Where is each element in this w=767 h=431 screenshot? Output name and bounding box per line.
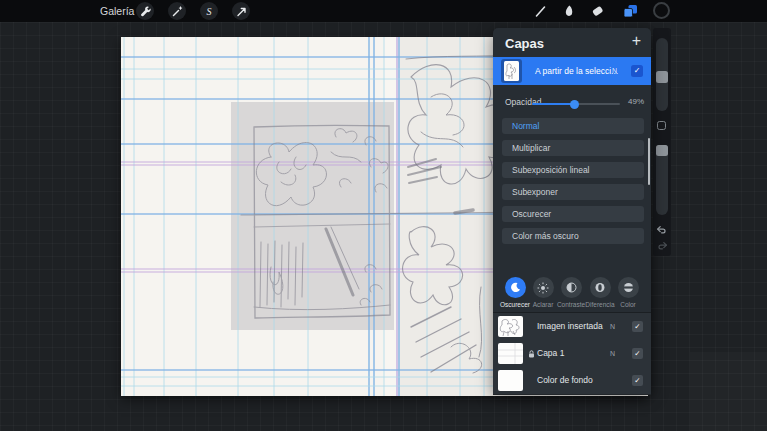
layer-thumbnail — [498, 370, 523, 391]
eraser-icon — [590, 4, 605, 18]
transform-button[interactable] — [232, 2, 250, 20]
layers-panel: Capas + A partir de la selecci... N ✓ Op… — [493, 28, 651, 391]
layer-row-capa-1[interactable]: Capa 1 N ✓ — [493, 340, 651, 368]
smudge-button[interactable] — [560, 3, 576, 19]
add-layer-button[interactable]: + — [632, 32, 641, 50]
blend-mode-badge[interactable]: N — [610, 313, 615, 340]
opacity-slider[interactable] — [532, 103, 620, 105]
brush-opacity-handle[interactable] — [656, 145, 668, 156]
redo-icon[interactable] — [656, 238, 668, 250]
smudge-icon — [561, 4, 575, 18]
opacity-fill — [532, 103, 575, 105]
side-toolbar — [653, 28, 671, 256]
category-color[interactable]: Color — [608, 277, 648, 308]
transform-arrow-icon — [235, 5, 247, 17]
color-circle-icon[interactable] — [653, 2, 670, 19]
layers-button-active[interactable] — [622, 3, 638, 19]
moon-icon — [510, 282, 521, 293]
layer-row-background-color[interactable]: Color de fondo ✓ — [493, 367, 651, 395]
brush-icon — [533, 4, 547, 18]
layer-thumbnail — [504, 61, 519, 81]
brush-size-handle[interactable] — [656, 71, 668, 83]
magic-wand-icon — [171, 5, 183, 17]
brush-button[interactable] — [532, 3, 548, 19]
sun-icon — [537, 282, 549, 294]
blend-mode-linear-burn[interactable]: Subexposición lineal — [502, 162, 644, 178]
wrench-icon — [139, 5, 151, 17]
blend-mode-normal[interactable]: Normal — [502, 118, 644, 134]
selected-layer-name: A partir de la selecci... — [535, 57, 618, 85]
layers-icon — [622, 3, 638, 19]
selected-layer-row[interactable]: A partir de la selecci... N ✓ — [493, 57, 651, 85]
modify-square-button[interactable] — [657, 121, 666, 130]
eraser-button[interactable] — [589, 3, 605, 19]
opacity-value: 49% — [628, 97, 644, 106]
selection-button[interactable]: S — [200, 2, 218, 20]
actions-button[interactable] — [136, 2, 154, 20]
layer-thumbnail-holder — [501, 59, 522, 83]
difference-icon — [594, 282, 606, 293]
undo-icon[interactable] — [656, 222, 668, 234]
contrast-icon — [566, 282, 577, 293]
panel-title: Capas — [505, 36, 544, 51]
blend-mode-darker-color[interactable]: Color más oscuro — [502, 228, 644, 244]
lock-icon — [528, 350, 535, 358]
procreate-app: Galería S Capas + — [0, 0, 767, 431]
blend-mode-badge[interactable]: N — [610, 340, 615, 367]
blend-mode-multiply[interactable]: Multiplicar — [502, 140, 644, 156]
selection-s-icon: S — [203, 5, 215, 17]
layer-row-inserted-image[interactable]: Imagen insertada N ✓ — [493, 313, 651, 341]
layer-thumbnail — [498, 343, 523, 364]
visibility-checkbox[interactable]: ✓ — [632, 348, 643, 359]
gallery-button[interactable]: Galería — [100, 0, 134, 22]
visibility-checkbox[interactable]: ✓ — [632, 375, 643, 386]
blend-mode-color-burn[interactable]: Subexponer — [502, 184, 644, 200]
blend-mode-badge[interactable]: N — [612, 57, 617, 85]
top-toolbar: Galería S — [0, 0, 767, 22]
background-highlight-region — [690, 352, 767, 431]
svg-text:S: S — [207, 6, 212, 17]
layer-thumbnail — [498, 316, 523, 337]
color-icon — [623, 282, 634, 293]
blend-list-scrollbar[interactable] — [648, 138, 651, 185]
visibility-checkbox[interactable]: ✓ — [631, 65, 643, 77]
visibility-checkbox[interactable]: ✓ — [632, 321, 643, 332]
adjustments-button[interactable] — [168, 2, 186, 20]
blend-mode-darken[interactable]: Oscurecer — [502, 206, 644, 222]
opacity-label: Opacidad — [505, 97, 541, 107]
